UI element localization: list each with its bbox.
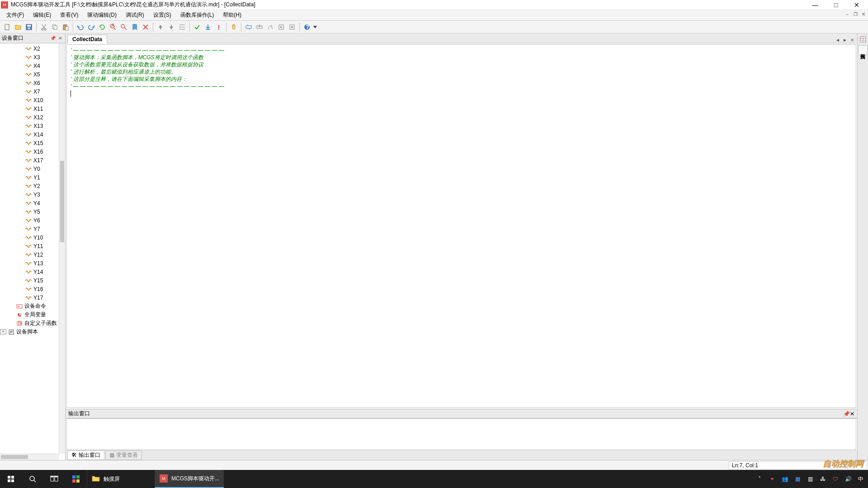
mdi-minimize-button[interactable]: – [844,11,851,17]
tree-node[interactable]: Y17 [0,293,59,302]
tree-node[interactable]: Y0 [0,164,59,173]
menu-view[interactable]: 查看(V) [56,10,83,20]
device-tree[interactable]: X2X3X4X5X6X7X10X11X12X13X14X15X16X17Y0Y1… [0,43,59,454]
tree-node[interactable]: Y10 [0,233,59,242]
tray-people-icon[interactable]: 👥 [781,475,788,483]
tree-horizontal-scrollbar[interactable] [0,454,59,460]
taskbar-widget-button[interactable] [65,470,87,488]
save-button[interactable] [24,22,34,33]
tree-node[interactable]: X11 [0,104,59,113]
tray-network-icon[interactable]: 🖧 [819,475,826,483]
tree-node[interactable]: Y14 [0,267,59,276]
start-button[interactable] [0,470,22,488]
window-maximize-button[interactable]: □ [826,0,846,10]
tray-shield-icon[interactable]: 🛡 [832,475,839,483]
mdi-close-button[interactable]: ✕ [860,11,867,17]
tray-app2-icon[interactable]: ▥ [807,475,814,483]
tree-node[interactable]: Y7 [0,225,59,233]
tab-prev-button[interactable]: ◄ [835,37,841,43]
window-close-button[interactable]: ✕ [846,0,867,10]
tree-node[interactable]: Y16 [0,285,59,293]
tray-security-icon[interactable]: ✶ [769,475,776,483]
build-button[interactable] [203,22,213,33]
window-minimize-button[interactable]: — [805,0,826,10]
indent-button[interactable] [177,22,188,33]
tree-node[interactable]: X2 [0,44,59,53]
tray-volume-icon[interactable]: 🔊 [844,475,852,483]
tree-node[interactable]: Y1 [0,173,59,182]
open-file-button[interactable] [13,22,24,33]
panel-pin-button[interactable]: 📌 [50,35,56,42]
tree-node[interactable]: X16 [0,147,59,156]
tray-app1-icon[interactable]: ▦ [794,475,801,483]
delete-button[interactable] [140,22,151,33]
copy-button[interactable] [49,22,60,33]
taskbar-app-explorer[interactable]: 触摸屏 [87,470,155,488]
refresh-button[interactable] [97,22,108,33]
code-editor[interactable]: ' — — — — — — — — — — — — — — — — — — — … [66,44,856,408]
tree-node[interactable]: X17 [0,156,59,164]
search-button[interactable] [22,470,43,488]
tree-node[interactable]: Y6 [0,216,59,225]
find-text-button[interactable]: A [108,22,118,33]
tree-node[interactable]: X12 [0,113,59,122]
tree-node[interactable]: Y13 [0,259,59,267]
move-down-button[interactable] [166,22,177,33]
tree-node[interactable]: Y4 [0,199,59,207]
tree-node[interactable]: Y12 [0,250,59,259]
tree-node[interactable]: Y5 [0,207,59,216]
task-view-button[interactable] [43,470,65,488]
output-tab-variables[interactable]: ▦ 变量查看 [105,450,142,460]
panel-close-button[interactable]: ✕ [57,35,63,42]
step-over-button[interactable] [243,22,254,33]
run-to-cursor-button[interactable] [276,22,287,33]
tree-node[interactable]: X7 [0,87,59,96]
tab-next-button[interactable]: ► [842,37,848,43]
stop-button[interactable] [213,22,224,33]
hand-tool-button[interactable] [228,22,239,33]
syntax-check-button[interactable] [192,22,203,33]
find-button[interactable] [118,22,129,33]
tree-node[interactable]: X6 [0,79,59,87]
output-close-button[interactable]: ✕ [850,411,854,417]
tree-node[interactable]: X全局变量 [0,310,59,319]
tree-node[interactable]: +设备脚本 [0,328,59,336]
tree-node[interactable]: X10 [0,96,59,104]
tree-node[interactable]: Y15 [0,276,59,285]
help-button[interactable]: ? [302,22,312,33]
breakpoint-button[interactable] [287,22,297,33]
step-into-button[interactable] [254,22,265,33]
tree-node[interactable]: X13 [0,122,59,130]
tree-node[interactable]: Y3 [0,190,59,199]
tree-node[interactable]: 设备命令 [0,302,59,310]
tree-node[interactable]: Y2 [0,182,59,190]
menu-edit[interactable]: 编辑(E) [28,10,56,20]
mdi-restore-button[interactable]: ❐ [852,11,859,17]
output-pin-button[interactable]: 📌 [843,411,850,417]
tray-chevron-up-icon[interactable]: ˄ [756,475,763,483]
menu-driver-edit[interactable]: 驱动编辑(D) [83,10,121,20]
paste-button[interactable] [60,22,71,33]
bookmark-button[interactable] [129,22,140,33]
menu-file[interactable]: 文件(F) [2,10,28,20]
tray-ime-icon[interactable]: 中 [857,475,864,483]
tree-node[interactable]: X5 [0,70,59,79]
output-body[interactable] [66,418,856,450]
output-tab-output[interactable]: 🛠 输出窗口 [67,450,104,460]
tree-node[interactable]: X14 [0,130,59,139]
menu-help[interactable]: 帮助(H) [218,10,246,20]
tree-node[interactable]: X15 [0,139,59,147]
right-panel-tab-properties[interactable]: 属性列表 [858,45,868,55]
new-file-button[interactable] [2,22,13,33]
menu-debug[interactable]: 调试(R) [121,10,149,20]
redo-button[interactable] [86,22,97,33]
taskbar-app-mcgs[interactable]: M MCGS脚本驱动开... [155,470,224,488]
step-out-button[interactable] [265,22,276,33]
tab-close-button[interactable]: ✕ [849,37,855,43]
undo-button[interactable] [75,22,86,33]
tree-node[interactable]: fx自定义子函数 [0,319,59,328]
tree-node[interactable]: X4 [0,61,59,70]
cut-button[interactable] [38,22,49,33]
move-up-button[interactable] [155,22,166,33]
tree-node[interactable]: X3 [0,53,59,61]
